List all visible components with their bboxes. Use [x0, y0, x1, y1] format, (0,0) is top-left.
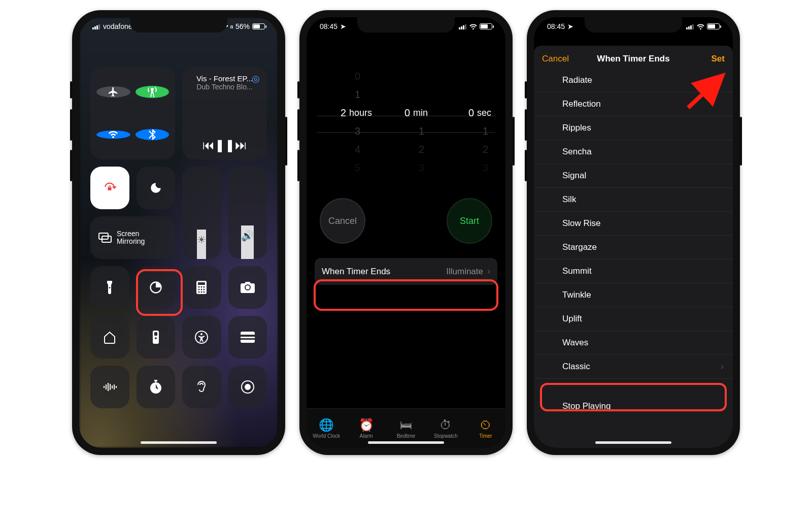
bluetooth-toggle[interactable] [136, 129, 170, 140]
stopwatch-icon [149, 380, 162, 394]
sound-list[interactable]: Radiate Reflection Ripples Sencha Signal… [534, 72, 733, 418]
sound-item[interactable]: Summit [534, 260, 733, 283]
cancel-button[interactable]: Cancel [542, 54, 569, 64]
brightness-slider[interactable]: ☀ [182, 167, 221, 259]
svg-point-16 [201, 291, 202, 293]
svg-point-11 [204, 286, 205, 288]
brightness-icon: ☀ [197, 234, 206, 246]
wallet-icon [241, 332, 255, 343]
svg-rect-28 [155, 381, 156, 383]
location-icon: ➤ [567, 22, 573, 30]
wifi-icon [469, 24, 477, 29]
calculator-button[interactable] [182, 266, 221, 309]
bluetooth-icon [149, 129, 156, 140]
next-button[interactable]: ⏭ [235, 138, 247, 152]
svg-rect-37 [690, 25, 692, 29]
svg-point-10 [201, 286, 202, 288]
flashlight-icon [106, 281, 113, 294]
flashlight-button[interactable] [90, 266, 129, 309]
timer-button[interactable] [137, 266, 176, 309]
wifi-icon [108, 131, 119, 139]
location-icon: ➤ [340, 22, 346, 30]
hours-wheel[interactable]: 0 1 2hours 3 4 5 [324, 68, 360, 180]
camera-button[interactable] [228, 266, 267, 309]
svg-rect-27 [154, 380, 157, 381]
media-module[interactable]: ◎ Vis - Forest EP... Dub Techno Blo... ⏮… [182, 67, 267, 159]
moon-icon [149, 181, 162, 194]
screen-record-button[interactable] [228, 366, 267, 408]
sound-item[interactable]: Stargaze [534, 236, 733, 260]
svg-rect-20 [154, 332, 157, 336]
pause-button[interactable]: ❚❚ [215, 138, 235, 152]
svg-rect-24 [241, 335, 255, 337]
svg-point-15 [198, 291, 200, 293]
time-picker[interactable]: 0 1 2hours 3 4 5 0min 1 2 3 0sec [307, 68, 505, 180]
media-subtitle: Dub Techno Blo... [196, 83, 252, 91]
sound-item[interactable]: Twinkle [534, 283, 733, 307]
timer-icon: ⏲ [480, 418, 492, 432]
chevron-right-icon: › [721, 362, 724, 372]
orientation-lock-toggle[interactable] [90, 167, 129, 209]
stop-playing-item[interactable]: Stop Playing [540, 394, 727, 418]
cellular-toggle[interactable] [136, 86, 170, 98]
status-time: 08:45 [320, 22, 337, 30]
hearing-button[interactable] [182, 366, 221, 408]
sound-item[interactable]: Uplift [534, 307, 733, 331]
when-timer-ends-row[interactable]: When Timer Ends Illuminate › [315, 258, 497, 285]
stopwatch-button[interactable] [137, 366, 176, 408]
airplay-icon[interactable]: ◎ [252, 73, 260, 84]
wifi-toggle[interactable] [96, 131, 130, 139]
control-center-screen: vodafone UK VPN ⏱ ➤ ⋒ 56% ◎ Vis - Fore [79, 17, 278, 448]
sound-item[interactable]: Signal [534, 164, 733, 188]
prev-button[interactable]: ⏮ [202, 138, 215, 152]
rotation-lock-icon [103, 181, 117, 195]
do-not-disturb-toggle[interactable] [137, 167, 176, 209]
set-button[interactable]: Set [712, 54, 725, 64]
phone-2: 08:45 ➤ 0 1 2hours 3 4 5 [299, 10, 513, 455]
svg-point-19 [155, 337, 157, 339]
wallet-button[interactable] [228, 316, 267, 359]
phone-1: vodafone UK VPN ⏱ ➤ ⋒ 56% ◎ Vis - Fore [72, 10, 285, 455]
sound-recognition-button[interactable] [90, 366, 129, 408]
classic-item[interactable]: Classic › [534, 355, 733, 379]
svg-rect-32 [461, 26, 462, 29]
when-timer-ends-screen: 08:45 ➤ Cancel When Timer Ends Set Radia… [534, 17, 733, 448]
accessibility-button[interactable] [182, 316, 221, 359]
home-button[interactable] [90, 316, 129, 359]
screen-mirroring-button[interactable]: Screen Mirroring [90, 216, 175, 259]
seconds-wheel[interactable]: 0sec 1 2 3 [452, 68, 488, 180]
sheet-header: Cancel When Timer Ends Set [534, 46, 733, 72]
airplane-icon [108, 86, 119, 98]
annotation-arrow-set [683, 72, 729, 113]
volume-icon: 🔊 [241, 230, 254, 242]
battery-icon [480, 23, 492, 29]
timer-icon [149, 280, 163, 295]
sound-item[interactable]: Ripples [534, 116, 733, 140]
minutes-wheel[interactable]: 0min 1 2 3 [388, 68, 424, 180]
svg-rect-36 [688, 26, 690, 29]
remote-button[interactable] [137, 316, 176, 359]
start-button[interactable]: Start [447, 198, 492, 244]
sound-item[interactable]: Sencha [534, 140, 733, 164]
record-icon [241, 380, 255, 394]
svg-rect-33 [463, 25, 464, 29]
cancel-button[interactable]: Cancel [320, 198, 365, 244]
mirroring-label: Screen Mirroring [117, 230, 145, 246]
phone-3: 08:45 ➤ Cancel When Timer Ends Set Radia… [527, 10, 740, 455]
svg-rect-31 [459, 27, 460, 29]
sound-item[interactable]: Waves [534, 331, 733, 355]
tab-world-clock[interactable]: 🌐World Clock [307, 409, 346, 448]
media-title: Vis - Forest EP... [196, 74, 253, 83]
tab-timer[interactable]: ⏲Timer [466, 409, 505, 448]
timer-screen: 08:45 ➤ 0 1 2hours 3 4 5 [307, 17, 505, 448]
sound-item[interactable]: Slow Rise [534, 212, 733, 236]
svg-line-39 [688, 78, 720, 108]
svg-point-13 [201, 289, 202, 290]
airplane-toggle[interactable] [96, 86, 130, 98]
cellular-icon [146, 86, 158, 98]
volume-slider[interactable]: 🔊 [228, 167, 267, 259]
camera-icon [241, 282, 255, 293]
bed-icon: 🛏 [400, 418, 412, 432]
svg-rect-35 [686, 27, 688, 29]
sound-item[interactable]: Silk [534, 188, 733, 212]
